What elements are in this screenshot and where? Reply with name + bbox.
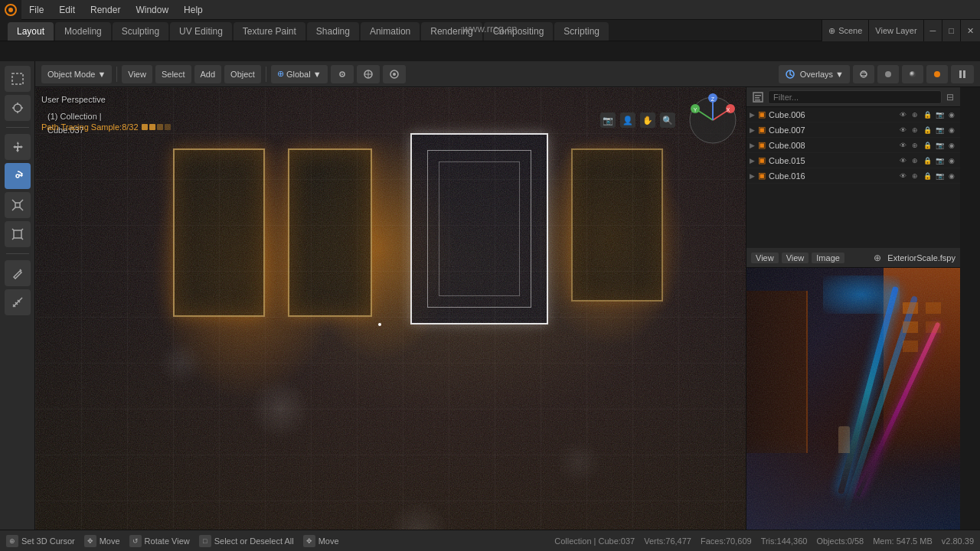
tab-scripting[interactable]: Scripting: [554, 22, 609, 41]
magnify-icon[interactable]: 🔍: [660, 112, 675, 128]
tab-modeling[interactable]: Modeling: [55, 22, 111, 41]
item-render-cube015[interactable]: ◉: [946, 155, 957, 166]
view-layer-selector[interactable]: View Layer: [868, 20, 923, 41]
item-vis-cube006[interactable]: 👁: [897, 109, 908, 120]
window-maximize[interactable]: □: [942, 20, 960, 41]
outliner-item-cube006[interactable]: ▶ ▣ Cube.006 👁 ⊕ 🔒 📷 ◉: [746, 107, 960, 122]
item-cam-cube006[interactable]: 📷: [934, 109, 945, 120]
scene-name: Scene: [838, 26, 862, 35]
item-vis-cube016[interactable]: 👁: [897, 171, 908, 181]
stats-mem: Mem: 547.5 MB: [873, 536, 933, 546]
item-lock-cube016[interactable]: 🔒: [922, 171, 933, 181]
tab-sculpting[interactable]: Sculpting: [113, 22, 168, 41]
wall-selected: [410, 133, 548, 324]
item-sel-cube007[interactable]: ⊕: [910, 125, 920, 135]
overlays-label: Overlays: [800, 70, 833, 79]
preview-image-btn[interactable]: Image: [812, 253, 844, 263]
item-render-cube007[interactable]: ◉: [946, 125, 957, 135]
tab-texture-paint[interactable]: Texture Paint: [234, 22, 305, 41]
tool-measure[interactable]: [5, 289, 31, 315]
item-icon-cube008: ▣: [758, 140, 766, 150]
item-lock-cube007[interactable]: 🔒: [922, 125, 933, 135]
tool-cursor[interactable]: [5, 95, 31, 121]
hand-icon[interactable]: ✋: [640, 112, 655, 128]
outliner-item-cube007[interactable]: ▶ ▣ Cube.007 👁 ⊕ 🔒 📷 ◉: [746, 122, 960, 138]
outliner-filter[interactable]: ⊟: [946, 92, 954, 103]
viewport-overlays[interactable]: Overlays ▼: [779, 65, 850, 83]
item-cam-cube015[interactable]: 📷: [934, 155, 945, 166]
item-vis-cube015[interactable]: 👁: [897, 155, 908, 166]
shading-solid[interactable]: [877, 65, 899, 83]
outliner-item-cube015[interactable]: ▶ ▣ Cube.015 👁 ⊕ 🔒 📷 ◉: [746, 153, 960, 168]
preview-view-btn1[interactable]: View: [751, 253, 779, 263]
object-mode-selector[interactable]: Object Mode ▼: [41, 65, 112, 83]
preview-view-btn2[interactable]: View: [782, 253, 809, 263]
item-lock-cube008[interactable]: 🔒: [922, 140, 933, 151]
viewport-3d[interactable]: User Perspective (1) Collection | Cube:0…: [35, 87, 746, 530]
item-sel-cube016[interactable]: ⊕: [910, 171, 920, 181]
menu-edit[interactable]: Edit: [51, 0, 83, 19]
shading-wireframe[interactable]: [853, 65, 874, 83]
snapping[interactable]: [357, 65, 380, 83]
item-vis-cube007[interactable]: 👁: [897, 125, 908, 135]
outliner-item-cube008[interactable]: ▶ ▣ Cube.008 👁 ⊕ 🔒 📷 ◉: [746, 138, 960, 153]
tab-rendering[interactable]: Rendering: [421, 22, 482, 41]
item-cam-cube016[interactable]: 📷: [934, 171, 945, 181]
view-menu[interactable]: View: [122, 65, 152, 83]
menu-help[interactable]: Help: [176, 0, 211, 19]
menu-window[interactable]: Window: [128, 0, 176, 19]
tab-animation[interactable]: Animation: [361, 22, 420, 41]
svg-point-3: [14, 104, 21, 112]
add-menu[interactable]: Add: [194, 65, 222, 83]
tab-layout[interactable]: Layout: [8, 22, 54, 41]
app-logo: [0, 0, 21, 20]
tool-select-box[interactable]: [5, 66, 31, 92]
select-status-icon: □: [199, 535, 211, 547]
outliner-item-cube016[interactable]: ▶ ▣ Cube.016 👁 ⊕ 🔒 📷 ◉: [746, 168, 960, 184]
tool-annotate[interactable]: [5, 260, 31, 286]
person-icon[interactable]: 👤: [620, 112, 635, 128]
item-lock-cube006[interactable]: 🔒: [922, 109, 933, 120]
tool-scale[interactable]: [5, 192, 31, 218]
camera-icon[interactable]: 📷: [600, 112, 616, 128]
item-sel-cube006[interactable]: ⊕: [910, 109, 920, 120]
item-cam-cube008[interactable]: 📷: [934, 140, 945, 151]
viewport-toolbar: Object Mode ▼ View Select Add Object ⊕ G…: [35, 61, 980, 87]
scene-selector[interactable]: ⊕ Scene: [822, 20, 868, 41]
item-render-cube008[interactable]: ◉: [946, 140, 957, 151]
svg-point-28: [861, 73, 867, 76]
item-sel-cube008[interactable]: ⊕: [910, 140, 920, 151]
pivot-point[interactable]: [331, 65, 354, 83]
orientation-gizmo[interactable]: X Y Z: [686, 93, 740, 147]
outliner-search[interactable]: [768, 90, 942, 104]
pause-render[interactable]: [951, 65, 974, 83]
tool-move[interactable]: [5, 134, 31, 160]
tab-uv-editing[interactable]: UV Editing: [170, 22, 232, 41]
item-render-cube006[interactable]: ◉: [946, 109, 957, 120]
item-vis-cube008[interactable]: 👁: [897, 140, 908, 151]
proportional-editing[interactable]: [383, 65, 406, 83]
tab-shading[interactable]: Shading: [307, 22, 359, 41]
tool-transform[interactable]: [5, 221, 31, 247]
item-cam-cube007[interactable]: 📷: [934, 125, 945, 135]
window-minimize[interactable]: ─: [923, 20, 942, 41]
viewport-nav-icons: 📷 👤 ✋ 🔍 X Y Z: [600, 93, 740, 147]
tab-compositing[interactable]: Compositing: [484, 22, 554, 41]
status-bar: ⊕ Set 3D Cursor ✥ Move ↺ Rotate View □ S…: [0, 530, 980, 551]
select-menu[interactable]: Select: [155, 65, 191, 83]
stats-tris: Tris:144,360: [761, 536, 808, 546]
transform-orientation[interactable]: ⊕ Global ▼: [271, 65, 328, 83]
shading-rendered[interactable]: [926, 65, 948, 83]
menu-file[interactable]: File: [21, 0, 51, 19]
window-close[interactable]: ✕: [960, 20, 980, 41]
menu-render[interactable]: Render: [83, 0, 128, 19]
shading-material[interactable]: [902, 65, 923, 83]
item-sel-cube015[interactable]: ⊕: [910, 155, 920, 166]
status-move2: ✥ Move: [303, 535, 339, 547]
tool-rotate[interactable]: [5, 163, 31, 189]
preview-icon-btn[interactable]: ⊕: [874, 253, 881, 263]
item-render-cube016[interactable]: ◉: [946, 171, 957, 181]
object-menu[interactable]: Object: [224, 65, 261, 83]
move2-status-icon: ✥: [303, 535, 315, 547]
item-lock-cube015[interactable]: 🔒: [922, 155, 933, 166]
